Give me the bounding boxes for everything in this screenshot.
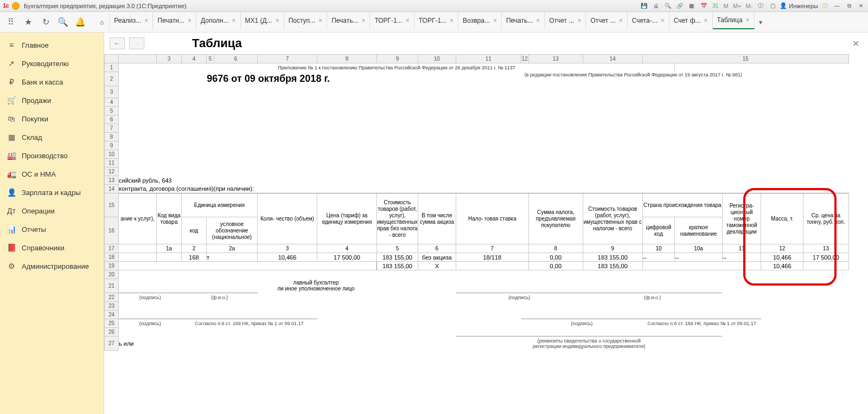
sidebar-item[interactable]: 📊Отчеты <box>0 220 104 238</box>
save-icon[interactable]: 💾 <box>639 2 649 10</box>
sidebar-label: Банк и касса <box>22 78 63 86</box>
memory-m-button[interactable]: M <box>723 3 730 9</box>
date-icon[interactable]: 31 <box>711 2 720 10</box>
sidebar-icon: 📊 <box>7 224 16 234</box>
link-icon[interactable]: 🔗 <box>675 2 685 10</box>
table-row[interactable]: 18 168 т 10,466 17 500,00 183 155,00 без… <box>105 253 849 262</box>
minimize-button[interactable]: — <box>832 2 842 10</box>
sidebar-item[interactable]: ↗Руководителю <box>0 54 104 73</box>
sidebar-label: Главное <box>22 41 49 49</box>
calendar-icon[interactable]: 📅 <box>699 2 709 10</box>
document-tab[interactable]: ТОРГ-1...× <box>414 12 458 29</box>
panel-icon[interactable]: ▢ <box>768 2 777 10</box>
app-circle-icon <box>12 2 20 10</box>
sidebar-icon: 📕 <box>7 243 16 253</box>
document-tab[interactable]: МХ1 (Д...× <box>241 12 284 29</box>
tab-close-icon[interactable]: × <box>493 17 497 24</box>
sidebar-icon: 🛒 <box>7 95 16 105</box>
info-icon[interactable]: ⓘ <box>756 2 765 10</box>
sidebar-item[interactable]: 👤Зарплата и кадры <box>0 183 104 202</box>
document-tab[interactable]: ТОРГ-1...× <box>370 12 414 29</box>
tab-label: Возвра... <box>463 17 490 24</box>
sidebar-label: Отчеты <box>22 225 46 234</box>
search-toolbar-icon[interactable]: 🔍 <box>54 14 72 31</box>
tab-label: Реализ... <box>114 17 141 24</box>
tab-close-icon[interactable]: × <box>406 17 410 24</box>
tab-close-icon[interactable]: × <box>746 16 750 24</box>
document-tab[interactable]: Дополн...× <box>196 12 241 29</box>
tab-close-icon[interactable]: × <box>276 17 279 24</box>
search-icon[interactable]: 🔍 <box>663 2 673 10</box>
tab-label: Счет ф... <box>674 17 701 24</box>
sidebar-icon: 👤 <box>7 187 16 197</box>
memory-mplus-button[interactable]: M+ <box>732 3 743 9</box>
sidebar-item[interactable]: 🚛ОС и НМА <box>0 165 104 183</box>
document-tab[interactable]: Печатн...× <box>153 12 196 29</box>
tabs-more-button[interactable]: ▾ <box>755 18 767 26</box>
document-tab[interactable]: Счета-...× <box>628 12 669 29</box>
table-row[interactable]: 19 183 155,00 Х 0,00 183 155,00 10,466 <box>105 262 849 270</box>
document-tab[interactable]: Счет ф...× <box>669 12 713 29</box>
bell-icon[interactable]: 🔔 <box>72 14 89 31</box>
document-area: ← → Таблица ✕ 3 4 5 6 7 8 9 10 11 <box>104 33 868 414</box>
document-number-title: 9676 от 09 октября 2018 г. <box>119 72 418 86</box>
spreadsheet[interactable]: 3 4 5 6 7 8 9 10 11 12 13 14 15 1Приложе… <box>104 54 868 414</box>
document-tab[interactable]: Печать...× <box>502 12 545 29</box>
home-tab[interactable]: ⌂ <box>94 14 110 31</box>
document-tab[interactable]: Таблица× <box>713 12 755 29</box>
sidebar-label: Склад <box>22 133 42 141</box>
sidebar-item[interactable]: 🛒Продажи <box>0 91 104 109</box>
sidebar-item[interactable]: 📕Справочники <box>0 238 104 257</box>
document-tab[interactable]: Отчет ...× <box>545 12 586 29</box>
document-tab[interactable]: Возвра...× <box>458 12 502 29</box>
tab-close-icon[interactable]: × <box>144 17 148 24</box>
history-icon[interactable]: ↻ <box>37 14 54 31</box>
tab-label: Печать... <box>331 17 358 24</box>
document-tab[interactable]: Отчет ...× <box>586 12 627 29</box>
close-page-button[interactable]: ✕ <box>849 38 863 49</box>
sidebar-item[interactable]: 🛍Покупки <box>0 109 104 128</box>
memory-mminus-button[interactable]: M- <box>744 3 754 9</box>
tab-label: Отчет ... <box>590 17 615 24</box>
document-tab[interactable]: Печать...× <box>327 12 370 29</box>
tab-close-icon[interactable]: × <box>619 17 623 24</box>
tab-close-icon[interactable]: × <box>232 17 236 24</box>
sidebar-item[interactable]: ▦Склад <box>0 128 104 146</box>
sidebar-icon: 🚛 <box>7 169 16 179</box>
tab-close-icon[interactable]: × <box>188 17 192 24</box>
user-icon: 👤 <box>780 2 787 9</box>
apps-icon[interactable]: ⠿ <box>2 14 20 31</box>
back-button[interactable]: ← <box>110 37 125 49</box>
forward-button[interactable]: → <box>129 37 144 49</box>
tab-close-icon[interactable]: × <box>704 17 708 24</box>
close-window-button[interactable]: ✕ <box>856 2 866 10</box>
document-tab[interactable]: Реализ...× <box>110 12 153 29</box>
sidebar-label: Продажи <box>22 96 51 105</box>
page-title: Таблица <box>192 36 242 50</box>
print-icon[interactable]: 🖨 <box>651 2 661 10</box>
tab-label: ТОРГ-1... <box>419 17 446 24</box>
calc-icon[interactable]: ▦ <box>687 2 697 10</box>
sidebar-item[interactable]: ₽Банк и касса <box>0 73 104 91</box>
sidebar-item[interactable]: 🏭Производство <box>0 146 104 165</box>
tab-close-icon[interactable]: × <box>661 17 665 24</box>
corner-cell[interactable] <box>105 55 119 63</box>
help-icon[interactable]: ⓘ <box>820 2 830 10</box>
favorite-icon[interactable]: ★ <box>20 14 37 31</box>
tab-close-icon[interactable]: × <box>536 17 540 24</box>
window-titlebar: 1c Бухгалтерия предприятия, редакция 3.0… <box>0 0 868 12</box>
sidebar-icon: ⚙ <box>7 261 16 271</box>
user-menu[interactable]: 👤Инженеры <box>780 2 818 9</box>
sidebar-item[interactable]: ≡Главное <box>0 36 104 54</box>
maximize-button[interactable]: ⧉ <box>844 2 854 10</box>
document-tab[interactable]: Поступ...× <box>284 12 327 29</box>
nav-sidebar: ≡Главное↗Руководителю₽Банк и касса🛒Прода… <box>0 33 104 414</box>
tab-close-icon[interactable]: × <box>577 17 581 24</box>
tab-close-icon[interactable]: × <box>318 17 322 24</box>
tab-close-icon[interactable]: × <box>361 17 365 24</box>
tab-close-icon[interactable]: × <box>450 17 454 24</box>
sidebar-item[interactable]: ⚙Администрирование <box>0 257 104 275</box>
sidebar-item[interactable]: ДтОперации <box>0 202 104 220</box>
tab-label: Дополн... <box>201 17 228 24</box>
tab-label: Отчет ... <box>549 17 574 24</box>
